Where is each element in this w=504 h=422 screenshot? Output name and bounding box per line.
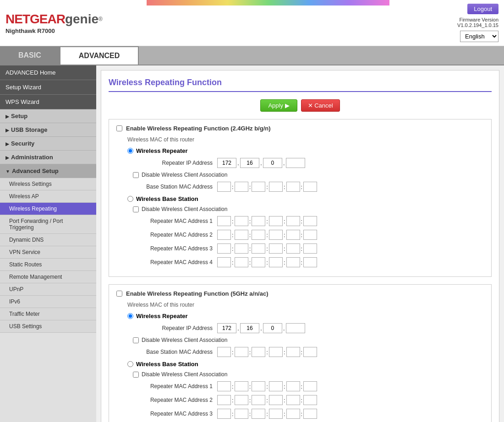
apply-button[interactable]: Apply ▶ [260,99,297,112]
bsmac-4-24ghz[interactable] [269,182,283,192]
rmac1-2-5ghz[interactable] [235,381,248,391]
rmac4-1-24ghz[interactable] [217,257,231,267]
enable-5ghz-checkbox[interactable] [116,291,122,297]
rmac1-4-24ghz[interactable] [269,216,283,226]
sidebar-item-security[interactable]: ▶Security [0,137,96,151]
sidebar-sub-traffic-meter[interactable]: Traffic Meter [0,308,96,320]
sidebar-item-setup-wizard[interactable]: Setup Wizard [0,80,96,95]
rmac2-2-24ghz[interactable] [235,230,248,240]
sidebar-item-administration[interactable]: ▶Administration [0,151,96,164]
sidebar-sub-ipv6[interactable]: IPv6 [0,296,96,308]
rmac1-3-24ghz[interactable] [252,216,265,226]
sidebar-sub-wireless-repeating[interactable]: Wireless Repeating [0,203,96,215]
disable-client-checkbox-repeater-24ghz[interactable] [133,172,139,178]
rmac1-5-24ghz[interactable] [286,216,300,226]
sidebar-item-advanced-home[interactable]: ADVANCED Home [0,65,96,80]
bsmac-5-5ghz[interactable] [286,347,300,357]
enable-24ghz-checkbox[interactable] [116,125,122,131]
bsmac-4-5ghz[interactable] [269,347,283,357]
bsmac-2-24ghz[interactable] [235,182,248,192]
rmac3-2-24ghz[interactable] [235,243,248,254]
rmac4-4-24ghz[interactable] [269,257,283,267]
main-layout: ADVANCED Home Setup Wizard WPS Wizard ▶S… [0,65,504,422]
rmac3-1-24ghz[interactable] [217,243,231,254]
rmac1-4-5ghz[interactable] [269,381,283,391]
rmac3-3-5ghz[interactable] [252,409,265,419]
ip-octet-1-24ghz[interactable] [217,158,236,168]
bsmac-1-24ghz[interactable] [217,182,231,192]
sidebar-item-setup[interactable]: ▶Setup [0,109,96,123]
arrow-down-icon: ▼ [5,169,10,174]
ip-octet-3-5ghz[interactable] [263,323,282,333]
sidebar-sub-vpn-service[interactable]: VPN Service [0,246,96,259]
rmac3-3-24ghz[interactable] [252,243,265,254]
rmac2-3-24ghz[interactable] [252,230,265,240]
rmac2-6-5ghz[interactable] [303,395,317,405]
wireless-repeater-radio-24ghz[interactable] [127,148,133,154]
bsmac-3-5ghz[interactable] [252,347,265,357]
rmac3-1-5ghz[interactable] [217,409,231,419]
sidebar-sub-upnp[interactable]: UPnP [0,283,96,296]
rmac4-5-24ghz[interactable] [286,257,300,267]
sidebar-sub-wireless-ap[interactable]: Wireless AP [0,190,96,203]
rmac1-3-5ghz[interactable] [252,381,265,391]
rmac4-2-24ghz[interactable] [235,257,248,267]
ip-octet-2-24ghz[interactable] [240,158,259,168]
rmac4-3-24ghz[interactable] [252,257,265,267]
rmac2-1-24ghz[interactable] [217,230,231,240]
rmac1-2-24ghz[interactable] [235,216,248,226]
tab-advanced[interactable]: ADVANCED [60,46,139,65]
rmac4-6-24ghz[interactable] [303,257,317,267]
wireless-repeater-radio-5ghz[interactable] [127,313,133,319]
sidebar-sub-dynamic-dns[interactable]: Dynamic DNS [0,234,96,246]
bsmac-2-5ghz[interactable] [235,347,248,357]
rmac3-5-24ghz[interactable] [286,243,300,254]
sidebar-item-usb-storage[interactable]: ▶USB Storage [0,123,96,137]
disable-client-checkbox-bs-5ghz[interactable] [133,372,139,378]
rmac3-4-5ghz[interactable] [269,409,283,419]
rmac2-1-5ghz[interactable] [217,395,231,405]
rmac3-6-24ghz[interactable] [303,243,317,254]
sidebar-sub-port-forwarding[interactable]: Port Forwarding / Port Triggering [0,215,96,234]
rmac1-6-24ghz[interactable] [303,216,317,226]
ip-octet-3-24ghz[interactable] [263,158,282,168]
disable-client-checkbox-repeater-5ghz[interactable] [133,337,139,343]
sidebar-sub-remote-management[interactable]: Remote Management [0,271,96,283]
rmac2-6-24ghz[interactable] [303,230,317,240]
logout-button[interactable]: Logout [467,4,499,14]
ip-octet-4-24ghz[interactable] [286,158,305,168]
sidebar-sub-wireless-settings[interactable]: Wireless Settings [0,178,96,190]
ip-octet-2-5ghz[interactable] [240,323,259,333]
rmac1-6-5ghz[interactable] [303,381,317,391]
rmac2-5-24ghz[interactable] [286,230,300,240]
rmac3-5-5ghz[interactable] [286,409,300,419]
rmac3-2-5ghz[interactable] [235,409,248,419]
rmac1-1-24ghz[interactable] [217,216,231,226]
bsmac-6-5ghz[interactable] [303,347,317,357]
wireless-base-station-radio-24ghz[interactable] [127,196,133,202]
sidebar-item-wps-wizard[interactable]: WPS Wizard [0,95,96,109]
disable-client-checkbox-bs-24ghz[interactable] [133,206,139,212]
wireless-base-station-radio-5ghz[interactable] [127,361,133,367]
rmac2-2-5ghz[interactable] [235,395,248,405]
rmac3-6-5ghz[interactable] [303,409,317,419]
rmac2-4-5ghz[interactable] [269,395,283,405]
sidebar-sub-static-routes[interactable]: Static Routes [0,259,96,271]
rmac2-4-24ghz[interactable] [269,230,283,240]
language-select[interactable]: English Deutsch Español Français [460,31,499,42]
rmac1-5-5ghz[interactable] [286,381,300,391]
bsmac-3-24ghz[interactable] [252,182,265,192]
rmac1-1-5ghz[interactable] [217,381,231,391]
ip-octet-1-5ghz[interactable] [217,323,236,333]
rmac3-4-24ghz[interactable] [269,243,283,254]
tab-basic[interactable]: BASIC [0,46,60,65]
rmac2-3-5ghz[interactable] [252,395,265,405]
rmac2-5-5ghz[interactable] [286,395,300,405]
bsmac-5-24ghz[interactable] [286,182,300,192]
bsmac-6-24ghz[interactable] [303,182,317,192]
bsmac-1-5ghz[interactable] [217,347,231,357]
ip-octet-4-5ghz[interactable] [286,323,305,333]
sidebar-sub-usb-settings[interactable]: USB Settings [0,320,96,333]
sidebar-item-advanced-setup[interactable]: ▼Advanced Setup [0,164,96,178]
cancel-button[interactable]: ✕ Cancel [301,99,340,112]
